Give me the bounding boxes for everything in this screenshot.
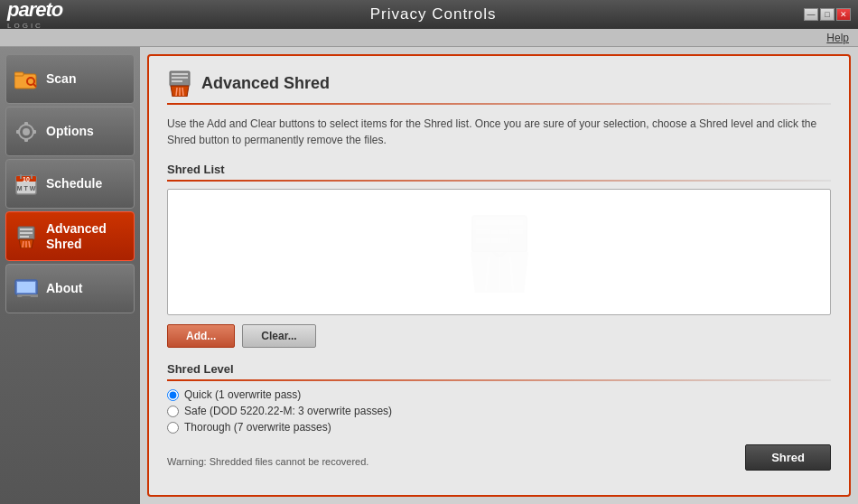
title-bar: pareto LOGIC Privacy Controls — □ ✕ — [0, 0, 858, 29]
options-icon — [14, 119, 39, 145]
restore-button[interactable]: □ — [820, 8, 835, 21]
svg-rect-35 — [476, 220, 523, 225]
svg-rect-24 — [17, 282, 35, 293]
svg-rect-18 — [20, 232, 33, 234]
sidebar-item-options[interactable]: Options — [5, 107, 135, 156]
scan-icon — [14, 67, 39, 92]
svg-rect-29 — [172, 77, 188, 79]
help-bar: Help — [0, 29, 858, 47]
radio-quick-label[interactable]: Quick (1 overwrite pass) — [184, 388, 301, 401]
svg-line-22 — [29, 241, 30, 247]
page-description: Use the Add and Clear buttons to select … — [167, 116, 831, 148]
page-header: Advanced Shred — [167, 70, 831, 96]
shred-level-section: Shred Level Quick (1 overwrite pass) Saf… — [167, 362, 831, 434]
radio-safe: Safe (DOD 5220.22-M: 3 overwrite passes) — [167, 405, 831, 417]
add-button[interactable]: Add... — [167, 324, 235, 348]
radio-quick-input[interactable] — [167, 389, 179, 401]
close-button[interactable]: ✕ — [836, 8, 851, 21]
svg-rect-19 — [20, 236, 29, 238]
minimize-button[interactable]: — — [804, 8, 818, 21]
app-title: Privacy Controls — [62, 5, 804, 23]
sidebar-item-about[interactable]: About — [5, 264, 135, 313]
svg-rect-8 — [16, 130, 20, 134]
sidebar-item-scan-label: Scan — [46, 71, 76, 87]
button-row: Add... Clear... — [167, 324, 831, 348]
sidebar-item-scan[interactable]: Scan — [5, 54, 135, 104]
svg-text:10: 10 — [23, 176, 30, 182]
shred-button[interactable]: Shred — [745, 444, 831, 471]
logo-area: pareto LOGIC — [7, 0, 62, 30]
logo-text: pareto — [7, 0, 62, 21]
shred-list-divider — [167, 180, 831, 182]
sidebar-item-options-label: Options — [46, 124, 94, 139]
radio-thorough: Thorough (7 overwrite passes) — [167, 421, 831, 434]
svg-text:M T W: M T W — [17, 185, 36, 191]
radio-safe-label[interactable]: Safe (DOD 5220.22-M: 3 overwrite passes) — [184, 405, 392, 417]
about-icon — [14, 276, 39, 302]
window-controls: — □ ✕ — [804, 8, 851, 21]
svg-rect-9 — [33, 130, 36, 134]
svg-point-5 — [23, 128, 30, 135]
shred-level-divider — [167, 379, 831, 381]
svg-rect-6 — [24, 122, 28, 126]
svg-rect-37 — [476, 238, 510, 243]
svg-rect-17 — [20, 229, 33, 230]
sidebar-item-advanced-shred[interactable]: Advanced Shred — [5, 211, 135, 261]
content-area: Advanced Shred Use the Add and Clear but… — [147, 54, 851, 497]
sidebar-item-schedule-label: Schedule — [46, 176, 102, 191]
shred-watermark — [463, 211, 536, 293]
svg-rect-26 — [22, 296, 31, 299]
radio-quick: Quick (1 overwrite pass) — [167, 388, 831, 401]
sidebar-item-schedule[interactable]: 10 M T W Schedule — [5, 159, 135, 209]
sidebar-item-about-label: About — [46, 281, 82, 296]
svg-rect-1 — [14, 72, 23, 76]
schedule-icon: 10 M T W — [14, 172, 39, 197]
svg-rect-28 — [172, 73, 188, 75]
shred-list-label: Shred List — [167, 163, 831, 176]
main-layout: Scan Options 10 — [0, 47, 858, 504]
advanced-shred-icon — [14, 224, 39, 249]
page-title: Advanced Shred — [201, 74, 330, 93]
radio-thorough-input[interactable] — [167, 422, 179, 434]
clear-button[interactable]: Clear... — [242, 324, 315, 348]
logo-sub: LOGIC — [7, 22, 62, 30]
radio-thorough-label[interactable]: Thorough (7 overwrite passes) — [184, 421, 331, 434]
shred-list-box — [167, 189, 831, 315]
svg-line-31 — [176, 88, 177, 96]
svg-line-20 — [23, 241, 23, 247]
sidebar: Scan Options 10 — [0, 47, 140, 504]
help-link[interactable]: Help — [826, 32, 849, 44]
radio-safe-input[interactable] — [167, 406, 179, 417]
warning-text: Warning: Shredded files cannot be recove… — [167, 456, 368, 467]
page-divider — [167, 103, 831, 105]
svg-rect-30 — [172, 80, 182, 82]
shred-level-label: Shred Level — [167, 362, 831, 376]
svg-rect-7 — [24, 138, 28, 142]
sidebar-item-advanced-shred-label: Advanced Shred — [46, 221, 126, 252]
svg-line-33 — [182, 88, 183, 96]
page-header-icon — [167, 70, 192, 96]
